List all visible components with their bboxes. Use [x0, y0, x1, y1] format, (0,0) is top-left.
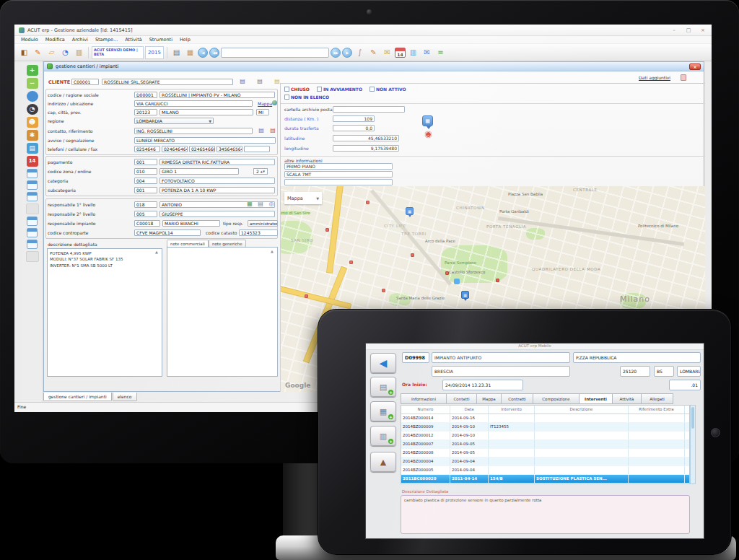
inner-window-titlebar[interactable]: gestione cantieri / impianti ×: [44, 62, 704, 71]
provincia-field[interactable]: BS: [654, 366, 674, 377]
form-icon[interactable]: [27, 169, 38, 178]
remove-location-icon[interactable]: –: [425, 131, 432, 138]
poi-marker-icon[interactable]: [454, 279, 460, 284]
print-icon[interactable]: ▤: [256, 78, 263, 85]
tab-note-commerciali[interactable]: note commerciali: [167, 240, 209, 247]
close-icon[interactable]: ×: [699, 27, 707, 33]
exit-icon[interactable]: ◧: [18, 46, 30, 58]
dati-aggiuntivi-link[interactable]: Dati aggiuntivi: [639, 75, 670, 80]
value-field[interactable]: RIMESSA DIRETTA RIC.FATTURA: [159, 159, 275, 165]
alert-flag-icon[interactable]: ▲: [370, 452, 396, 472]
checkbox-icon[interactable]: [370, 87, 375, 92]
contacts-icon[interactable]: ☻: [27, 117, 38, 128]
altre-info-field[interactable]: SCALA 7MT: [284, 171, 393, 178]
value-field[interactable]: FOTOVOLTAICO: [159, 178, 275, 184]
clock-icon[interactable]: ◔: [27, 104, 38, 115]
code-field[interactable]: 004: [134, 178, 157, 184]
transit-marker-icon[interactable]: [325, 228, 329, 232]
provincia-field[interactable]: MI: [256, 109, 269, 115]
home-button[interactable]: [711, 428, 720, 437]
code-field[interactable]: 005: [134, 211, 157, 217]
menu-stampe[interactable]: Stampe...: [92, 37, 121, 43]
phone-mail-icon[interactable]: ✉: [421, 46, 433, 58]
empty-button[interactable]: [26, 251, 39, 262]
responsabile-field[interactable]: MARIO BIANCHI: [162, 220, 220, 227]
contact-delete-icon[interactable]: ▤: [269, 127, 276, 134]
tab-attività[interactable]: Attività: [613, 393, 642, 404]
location-pin-icon[interactable]: ▦: [406, 207, 414, 215]
search-input[interactable]: [221, 48, 329, 58]
value-field[interactable]: POTENZA DA 1 A 10 KWP: [159, 187, 275, 193]
edit-customer-icon[interactable]: ▤: [239, 78, 246, 85]
globe-icon[interactable]: [272, 100, 277, 105]
nav-last-icon[interactable]: ▶: [342, 48, 352, 58]
checkbox-icon[interactable]: [284, 87, 289, 92]
telefono-field[interactable]: 024646464: [162, 146, 188, 152]
transit-marker-icon[interactable]: [349, 261, 353, 264]
altre-info-field[interactable]: PRIMO PIANO: [284, 163, 393, 170]
code-field[interactable]: C00018: [134, 220, 160, 227]
code-field[interactable]: 001: [134, 159, 157, 165]
regione-field[interactable]: LOMBARIA: [677, 366, 701, 377]
distanza-field[interactable]: 109: [333, 115, 375, 122]
descrizione-dettagliata-textarea[interactable]: cambiato plastica di protezione sensore …: [401, 495, 690, 534]
form-icon[interactable]: [27, 240, 38, 249]
tab-mappa[interactable]: Mappa: [477, 393, 502, 404]
grid-row[interactable]: 2014BZ0000052014-09-04: [401, 466, 689, 475]
new-window-icon[interactable]: ▥+: [370, 426, 396, 446]
cliente-code-field[interactable]: C00001: [71, 79, 99, 85]
spinner-arrows-icon[interactable]: ▲▼: [261, 170, 265, 173]
print-icon[interactable]: ▤: [170, 46, 183, 58]
code-field[interactable]: 018: [134, 201, 157, 208]
menu-modulo[interactable]: Modulo: [17, 37, 42, 43]
transit-marker-icon[interactable]: [366, 201, 370, 204]
transit-marker-icon[interactable]: [305, 294, 308, 298]
grid-row[interactable]: 2014BZ0000042014-09-04: [401, 458, 689, 466]
map-pin-icon[interactable]: ▦: [422, 115, 433, 126]
menu-archivi[interactable]: Archivi: [69, 37, 92, 43]
tab-contatti[interactable]: Contatti: [447, 393, 477, 404]
tab-contratti[interactable]: Contratti: [502, 393, 533, 404]
tab-note-generiche[interactable]: note generiche: [209, 240, 246, 247]
back-icon[interactable]: ◀: [370, 353, 396, 373]
map-type-dropdown[interactable]: Mappa ▼: [284, 192, 322, 204]
telefono-field[interactable]: 345646564: [217, 146, 242, 152]
calendar-icon[interactable]: 14: [27, 156, 38, 167]
contatto-field[interactable]: ING. ROSSELLINI: [134, 128, 253, 134]
tab-allegati[interactable]: Allegati: [642, 393, 673, 404]
new-list-icon[interactable]: ▦+: [370, 401, 396, 421]
calendar-14-icon[interactable]: 14: [395, 48, 406, 58]
settings-icon[interactable]: ✱: [27, 130, 38, 141]
value-field[interactable]: GIUSEPPE: [159, 211, 275, 217]
attach-icon[interactable]: ∫: [354, 46, 366, 58]
package-icon[interactable]: ▦: [184, 46, 196, 58]
grid-row[interactable]: 2014BZ0000082014-09-05: [401, 449, 689, 458]
compose-icon[interactable]: ✎: [367, 46, 380, 58]
folder-icon[interactable]: ▱: [45, 46, 58, 58]
note-textarea[interactable]: [167, 247, 278, 377]
durata-field[interactable]: 0,0: [333, 125, 375, 131]
nav-first-icon[interactable]: ◀: [198, 48, 208, 58]
maximize-icon[interactable]: □: [684, 27, 693, 33]
minimize-icon[interactable]: –: [670, 27, 678, 33]
regione-dropdown[interactable]: LOMBARDIA▼: [134, 118, 214, 124]
value-field[interactable]: GIRO 1: [159, 168, 239, 175]
indirizzo-field[interactable]: P.ZZA REPUBBLICA: [573, 352, 701, 363]
contact-card-icon[interactable]: ▤: [258, 127, 265, 134]
checkbox-non-attivo[interactable]: NON ATTIVO: [370, 87, 406, 92]
code-field[interactable]: D00001: [134, 92, 157, 98]
ora-inizio-field[interactable]: 24/09/2014 13.23.31: [442, 380, 523, 390]
altre-info-field[interactable]: [284, 179, 393, 185]
mappa-link[interactable]: Mappa: [258, 101, 272, 106]
scroll-up-icon[interactable]: ▲: [271, 249, 274, 253]
latitudine-field[interactable]: 45,46533210: [333, 135, 399, 141]
monitor-icon[interactable]: ▤: [27, 143, 38, 154]
longitudine-field[interactable]: 9,17539480: [333, 145, 399, 152]
citta-field[interactable]: BRESCIA: [432, 366, 570, 377]
network-icon[interactable]: ≡: [434, 46, 447, 58]
telefono-field[interactable]: 0254646: [134, 146, 160, 152]
globe-icon[interactable]: [27, 91, 38, 102]
checkbox-icon[interactable]: [317, 87, 322, 92]
archive-icon[interactable]: ▥: [73, 46, 85, 58]
empty-button[interactable]: [26, 204, 39, 214]
